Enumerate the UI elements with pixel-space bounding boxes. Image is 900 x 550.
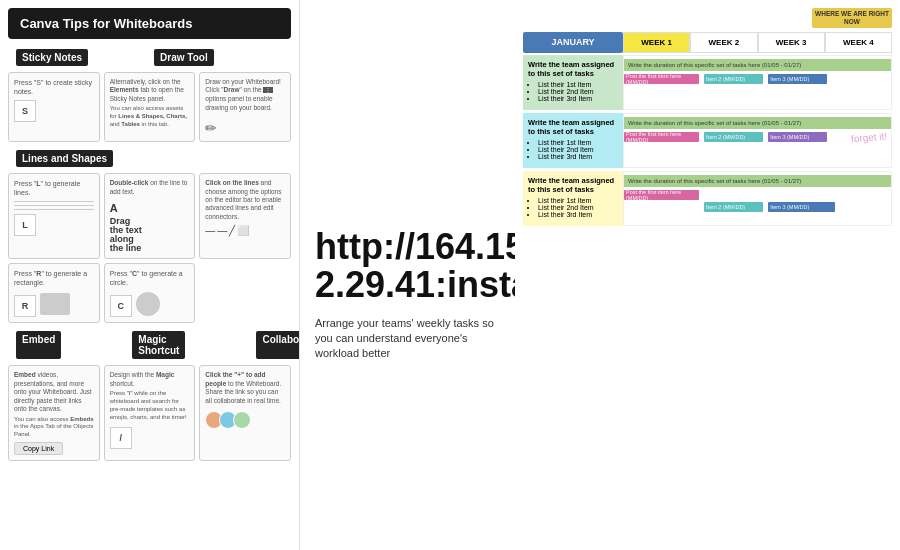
task-cell-3: Write the team assigned to this set of t… [523,171,623,226]
bar-area-3: Write the duration of this specific set … [623,171,892,226]
item-bar-3a: Post the first item here (MM/DD) [624,190,699,200]
bar-area-1: Write the duration of this specific set … [623,55,892,110]
where-badge: WHERE WE ARE RIGHT NOW [812,8,892,28]
rect-card: Press "R" to generate a rectangle. R [8,263,100,323]
task-cell-2: Write the team assigned to this set of t… [523,113,623,168]
pencil-icon: ✏ [205,120,285,136]
c-key-icon: C [110,295,132,317]
l-key-icon: L [14,214,36,236]
lines-shapes-header: Lines and Shapes [16,150,113,167]
collaborate-header: Collaborate [256,331,300,359]
description: Arrange your teams' weekly tasks so you … [315,316,500,362]
app-title: Canva Tips for Whiteboards [8,8,291,39]
item-bar-3b: Item 2 (MM/DD) [704,202,763,212]
task-cell-1: Write the team assigned to this set of t… [523,55,623,110]
bar-area-2: Write the duration of this specific set … [623,113,892,168]
item-bar-1a: Post the first item here (MM/DD) [624,74,699,84]
embed-card: Embed videos, presentations, and more on… [8,365,100,461]
week1-header: WEEK 1 [623,32,690,53]
avatar-3 [233,411,251,429]
week3-header: WEEK 3 [758,32,825,53]
item-bar-2a: Post the first item here (MM/DD) [624,132,699,142]
draw-tool-card: Draw on your Whiteboard! Click "Draw" on… [199,72,291,142]
lines-card1: Press "L" to generate lines. L [8,173,100,259]
duration-bar-2: Write the duration of this specific set … [624,117,891,129]
duration-bar-1: Write the duration of this specific set … [624,59,891,71]
collaborate-card: Click the "+" to add people to the White… [199,365,291,461]
draw-tool-header: Draw Tool [154,49,214,66]
item-bar-3c: Item 3 (MM/DD) [768,202,835,212]
month-header: JANUARY [523,32,623,53]
middle-panel: http://164.152.29.41:install Arrange you… [300,0,515,550]
handwriting-decor: forget it! [850,130,887,144]
lines-card2: Double-click on the line to add text. A … [104,173,196,259]
sticky-notes-header: Sticky Notes [16,49,88,66]
lines-card3: Click on the lines and choose among the … [199,173,291,259]
circle-card: Press "C" to generate a circle. C [104,263,196,323]
r-key-icon: R [14,295,36,317]
sticky-notes-card2: Alternatively, click on the Elements tab… [104,72,196,142]
item-bar-1b: Item 2 (MM/DD) [704,74,763,84]
avatar-group [205,411,285,429]
week2-header: WEEK 2 [690,32,757,53]
item-bar-2b: Item 2 (MM/DD) [704,132,763,142]
copy-link-button[interactable]: Copy Link [14,442,63,455]
item-bar-2c: Item 3 (MM/DD) [768,132,827,142]
slash-icon: / [110,427,132,449]
week4-header: WEEK 4 [825,32,892,53]
magic-card: Design with the Magic shortcut. Press "/… [104,365,196,461]
s-key-icon: S [14,100,36,122]
gantt-panel: WHERE WE ARE RIGHT NOW JANUARY WEEK 1 WE… [515,0,900,550]
sticky-notes-card1: Press "S" to create sticky notes. S [8,72,100,142]
embed-header: Embed [16,331,61,359]
left-panel: Canva Tips for Whiteboards Sticky Notes … [0,0,300,550]
duration-bar-3: Write the duration of this specific set … [624,175,891,187]
magic-header: Magic Shortcut [132,331,185,359]
item-bar-1c: Item 3 (MM/DD) [768,74,827,84]
